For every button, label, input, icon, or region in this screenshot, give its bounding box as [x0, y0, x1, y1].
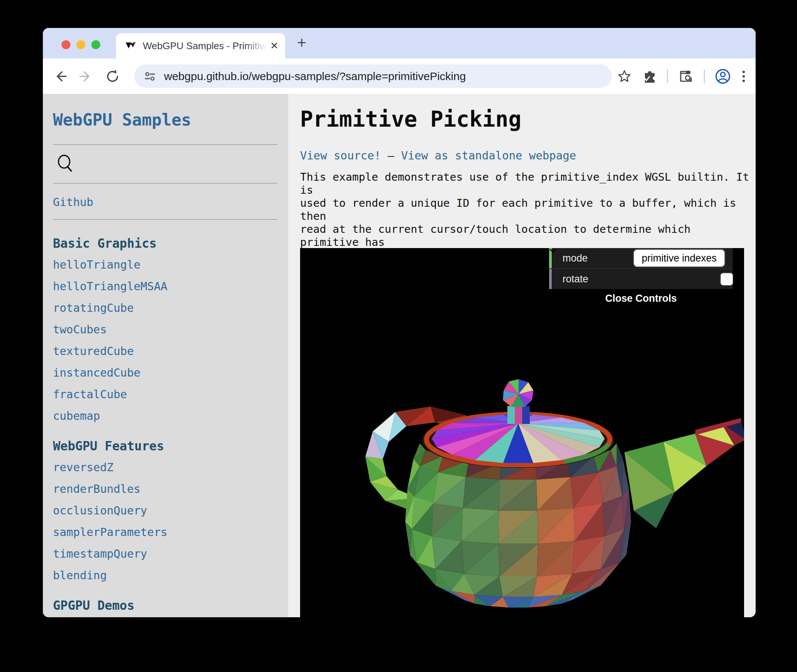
standalone-webpage-link[interactable]: View as standalone webpage: [401, 149, 576, 162]
maximize-window-button[interactable]: [91, 40, 100, 49]
tab-strip: WebGPU Samples - Primitive ✕ +: [43, 28, 755, 59]
window-controls: [61, 40, 100, 49]
sidebar-item-rotatingcube[interactable]: rotatingCube: [53, 301, 278, 314]
sample-links: View source! – View as standalone webpag…: [300, 149, 576, 162]
samples-sidebar: WebGPU Samples Github Basic Graphics hel…: [43, 94, 288, 617]
gui-row-mode: mode primitive indexes: [549, 248, 733, 268]
kebab-menu-icon[interactable]: [741, 69, 747, 84]
tab-close-icon[interactable]: ✕: [270, 40, 279, 52]
sidebar-item-hellotriangle[interactable]: helloTriangle: [53, 258, 278, 271]
chevron-down-icon: [549, 248, 556, 253]
sidebar-item-cubemap[interactable]: cubemap: [53, 410, 278, 422]
sidebar-item-github[interactable]: Github: [53, 195, 278, 209]
sidebar-item-fractalcube[interactable]: fractalCube: [53, 388, 278, 401]
back-icon[interactable]: [53, 69, 67, 84]
mode-label: mode: [563, 253, 634, 264]
links-separator: –: [388, 149, 401, 162]
lil-gui-panel: mode primitive indexes rotate Cl: [549, 248, 733, 308]
forward-icon[interactable]: [79, 69, 93, 84]
bookmark-star-icon[interactable]: [617, 69, 632, 84]
rotate-checkbox[interactable]: [721, 273, 733, 285]
page-title: Primitive Picking: [300, 107, 521, 132]
search-icon: [56, 154, 75, 173]
side-search-icon[interactable]: [678, 69, 694, 84]
sidebar-heading-gpgpu-demos: GPGPU Demos: [53, 598, 278, 613]
divider: [53, 144, 278, 145]
sidebar-item-blending[interactable]: blending: [53, 569, 278, 582]
search-button[interactable]: [56, 154, 278, 175]
tab-title: WebGPU Samples - Primitive: [143, 40, 267, 52]
gui-row-rotate: rotate: [549, 268, 733, 289]
sidebar-item-instancedcube[interactable]: instancedCube: [53, 366, 278, 379]
new-tab-button[interactable]: +: [297, 34, 306, 52]
reload-icon[interactable]: [105, 69, 120, 84]
sidebar-item-renderbundles[interactable]: renderBundles: [53, 482, 278, 496]
site-settings-icon[interactable]: [143, 70, 157, 83]
view-source-link[interactable]: View source!: [300, 149, 381, 162]
extensions-icon[interactable]: [641, 69, 657, 84]
rotate-accent-bar: [549, 269, 552, 289]
close-window-button[interactable]: [61, 40, 71, 49]
toolbar-separator: [667, 69, 668, 83]
sidebar-title: WebGPU Samples: [53, 110, 278, 129]
sample-page: Primitive Picking View source! – View as…: [288, 94, 755, 617]
sidebar-heading-webgpu-features: WebGPU Features: [53, 439, 278, 453]
sidebar-item-timestampquery[interactable]: timestampQuery: [53, 547, 278, 560]
rotate-label: rotate: [563, 274, 655, 285]
divider: [53, 219, 278, 220]
divider: [53, 183, 278, 184]
webgpu-favicon-icon: [125, 40, 137, 52]
sidebar-item-reversedz[interactable]: reversedZ: [53, 461, 278, 474]
browser-window: WebGPU Samples - Primitive ✕ +: [43, 28, 755, 617]
sidebar-item-texturedcube[interactable]: texturedCube: [53, 344, 278, 358]
close-controls-button[interactable]: Close Controls: [549, 289, 733, 308]
browser-toolbar: webgpu.github.io/webgpu-samples/?sample=…: [43, 59, 755, 94]
sidebar-item-twocubes[interactable]: twoCubes: [53, 323, 278, 336]
tab-webgpu-samples[interactable]: WebGPU Samples - Primitive ✕: [116, 33, 285, 59]
mode-select[interactable]: primitive indexes: [634, 250, 725, 267]
profile-avatar-icon[interactable]: [715, 68, 731, 85]
url-text[interactable]: webgpu.github.io/webgpu-samples/?sample=…: [164, 70, 466, 83]
demo-canvas[interactable]: mode primitive indexes rotate Cl: [300, 248, 744, 617]
minimize-window-button[interactable]: [76, 40, 85, 49]
sidebar-heading-basic-graphics: Basic Graphics: [53, 236, 278, 251]
sidebar-item-samplerparameters[interactable]: samplerParameters: [53, 526, 278, 539]
toolbar-separator: [704, 69, 705, 83]
sidebar-item-occlusionquery[interactable]: occlusionQuery: [53, 504, 278, 517]
sidebar-item-hellotrianglemsaa[interactable]: helloTriangleMSAA: [53, 280, 278, 293]
address-bar[interactable]: webgpu.github.io/webgpu-samples/?sample=…: [134, 64, 612, 88]
